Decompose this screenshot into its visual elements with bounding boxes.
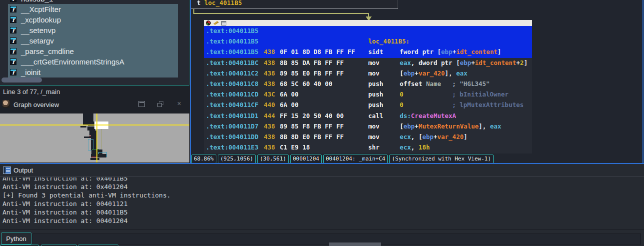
tab-python[interactable]: Python (1, 232, 31, 244)
disasm-text: push (368, 90, 383, 98)
function-name: _parse_cmdline (21, 47, 74, 56)
disasm-text: [ebp+var_420], eax (400, 70, 467, 77)
function-list-item[interactable]: f_xcptlookup (0, 14, 189, 25)
disasm-text: push (368, 101, 383, 108)
function-list-item[interactable]: f_ioinit (0, 67, 189, 78)
graph-node-jump-source[interactable]: t loc_4011B5 (191, 0, 398, 9)
status-bar-segment: 68.86% (191, 154, 216, 163)
disasm-text: .text:004011CD (206, 90, 258, 98)
function-icon: f (10, 69, 16, 76)
function-icon: f (10, 48, 16, 54)
scrollbar-thumb[interactable] (1, 78, 42, 82)
disasm-text: 0F 01 8D D8 FB FF FF (280, 48, 355, 56)
disasm-text: 444 (264, 112, 275, 120)
output-panel: Output Anti-VM instruction at: 0x4011B5A… (0, 164, 644, 230)
disasm-text: ds:CreateMutexA (400, 112, 456, 120)
panel-divider-right[interactable] (643, 0, 644, 164)
disassembly-row[interactable]: .text:004011C843868 5C 60 40 00pushoffse… (204, 79, 532, 90)
disasm-text: 6A 00 (280, 101, 299, 108)
disassembly-row[interactable]: .text:004011B5loc_4011B5: (204, 36, 532, 47)
float-window-icon[interactable] (157, 101, 164, 107)
functions-horizontal-scrollbar[interactable] (0, 76, 188, 84)
disassembly-row[interactable]: .text:004011E3438C1 E9 18shrecx, 18h (204, 142, 532, 153)
minimap-node (90, 158, 99, 160)
disasm-text: loc_4011B5: (368, 38, 410, 45)
graph-overview-minimap[interactable] (0, 114, 189, 162)
output-log-line: Anti-VM instruction at: 00401204 (0, 216, 644, 225)
disasm-text: ; bInitialOwner (452, 90, 509, 98)
output-log-line: Anti-VM instruction at: 00401121 (0, 200, 644, 208)
disasm-text: ; lpMutexAttributes (452, 101, 524, 108)
output-log[interactable]: Anti-VM instruction at: 0x4011B5Anti-VM … (0, 178, 644, 230)
function-icon: f (10, 58, 16, 65)
output-log-line: Anti-VM instruction at: 004011B5 (0, 208, 644, 216)
function-list-item[interactable]: fnullsub_1 (0, 0, 189, 4)
disasm-text: ecx, 18h (400, 144, 430, 151)
output-title: Output (13, 166, 33, 174)
function-icon: f (10, 16, 16, 23)
disassembly-row[interactable]: .text:004011D743889 85 F8 FB FF FFmov[eb… (204, 122, 532, 132)
disasm-text: .text:004011E3 (206, 144, 258, 151)
disasm-text: [ebp+MutexReturnValue], eax (400, 122, 501, 130)
disasm-text: FF 15 20 50 40 00 (280, 112, 344, 120)
disasm-text: ; "HGL345" (452, 80, 490, 88)
function-name: _xcptlookup (21, 16, 61, 24)
disasm-text: .text:004011BC (206, 59, 258, 66)
status-bar-segment: 00001204 (290, 154, 322, 163)
disasm-text: .text:004011B5 (206, 38, 258, 45)
function-list-status: Line 3 of 77, /_main (3, 88, 60, 96)
graph-node-titlebar[interactable] (204, 20, 532, 26)
status-bar-segment: 00401204: _main+C4 (323, 154, 388, 163)
disassembly-row[interactable]: .text:004011B5 (204, 26, 532, 36)
minimap-node (101, 129, 101, 149)
disasm-text: mov (368, 133, 380, 140)
disassembly-row[interactable]: .text:004011BC4388B 85 DA FB FF FFmoveax… (204, 58, 532, 68)
disasm-text: 89 85 E0 FB FF FF (280, 70, 344, 77)
disasm-text: 438 (264, 48, 275, 56)
function-list-item[interactable]: f__XcptFilter (0, 4, 189, 14)
disasm-text: mov (368, 122, 380, 130)
disassembly-listing[interactable]: .text:004011B5.text:004011B5loc_4011B5:.… (204, 26, 532, 153)
ida-graph-view[interactable]: t loc_4011B5 .text:004011B5.text:004011B… (191, 0, 643, 163)
disassembly-row[interactable]: .text:004011CD43C6A 00push0; bInitialOwn… (204, 90, 532, 100)
graph-node-current[interactable]: .text:004011B5.text:004011B5loc_4011B5:.… (204, 20, 532, 154)
ida-pro-window: fnullsub_1f__XcptFilterf_xcptlookupf__se… (0, 0, 644, 246)
node-edit-icon[interactable] (213, 21, 219, 25)
disasm-text: 8B 8D E0 FB FF FF (280, 133, 344, 140)
minimap-node (87, 126, 95, 130)
jump-node-text: t (197, 0, 204, 6)
disasm-text: 6A 00 (280, 90, 299, 98)
close-icon[interactable]: × (176, 101, 182, 107)
node-window-icon[interactable] (221, 21, 226, 26)
function-list-item[interactable]: f___crtGetEnvironmentStringsA (0, 56, 189, 67)
function-name: __setenvp (21, 26, 55, 34)
disasm-text: mov (368, 59, 380, 66)
taskbar-peek (329, 242, 381, 246)
disasm-text: .text:004011C8 (206, 80, 258, 88)
node-color-wheel-icon[interactable] (206, 20, 211, 26)
disasm-text: .text:004011B5 (206, 27, 258, 34)
disassembly-row[interactable]: .text:004011DD4388B 8D E0 FB FF FFmovecx… (204, 132, 532, 142)
output-header[interactable]: Output (0, 164, 644, 177)
function-list-item[interactable]: f_parse_cmdline (0, 46, 189, 56)
python-tab-label: Python (6, 235, 26, 242)
disassembly-row[interactable]: .text:004011C243889 85 E0 FB FF FFmov[eb… (204, 68, 532, 79)
graph-overview-icon (2, 100, 10, 108)
function-list-item[interactable]: f__setargv (0, 36, 189, 46)
function-list-item[interactable]: f__setenvp (0, 25, 189, 36)
disasm-text: 438 (264, 133, 275, 140)
disassembly-row[interactable]: .text:004011B54380F 01 8D D8 FB FF FFsid… (204, 47, 532, 58)
minimap-node (80, 126, 86, 128)
disasm-text: 0 (400, 101, 404, 108)
disassembly-row[interactable]: .text:004011D1444FF 15 20 50 40 00callds… (204, 111, 532, 122)
minimap-node (84, 136, 91, 138)
disasm-text: offset Name (400, 80, 441, 88)
disasm-text: .text:004011CF (206, 101, 258, 108)
disasm-text: sidt (368, 48, 383, 56)
disasm-text: 89 85 F8 FB FF FF (280, 122, 344, 130)
output-log-line: [+] Found 3 potential anti-VM instructio… (0, 191, 644, 200)
disasm-text: 68 5C 60 40 00 (280, 80, 332, 88)
disassembly-row[interactable]: .text:004011CF4406A 00push0; lpMutexAttr… (204, 100, 532, 110)
restore-window-icon[interactable] (138, 101, 145, 107)
disasm-text: ecx, [ebp+var_420] (400, 133, 467, 140)
